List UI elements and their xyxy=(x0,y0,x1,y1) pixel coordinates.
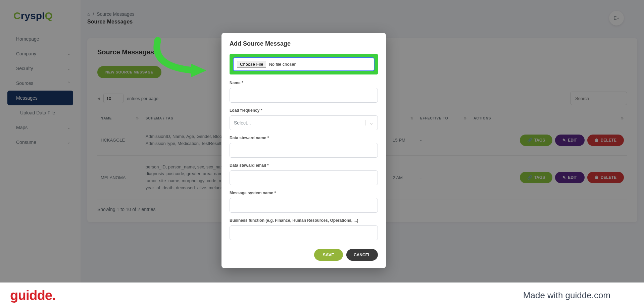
modal-title: Add Source Message xyxy=(230,40,378,47)
guidde-logo: guidde. xyxy=(10,288,55,303)
name-input[interactable] xyxy=(230,88,378,103)
steward-email-label: Data steward email * xyxy=(230,163,378,168)
save-button[interactable]: SAVE xyxy=(314,249,343,261)
steward-name-input[interactable] xyxy=(230,143,378,158)
file-status-text: No file chosen xyxy=(269,62,296,67)
business-function-label: Business function (e.g. Finance, Human R… xyxy=(230,218,378,223)
steward-name-label: Data steward name * xyxy=(230,136,378,140)
file-input-wrapper[interactable]: Choose File No file chosen xyxy=(233,57,375,71)
name-label: Name * xyxy=(230,81,378,85)
file-input-highlight: Choose File No file chosen xyxy=(230,54,378,74)
cancel-button[interactable]: CANCEL xyxy=(346,249,378,261)
steward-email-input[interactable] xyxy=(230,170,378,185)
system-name-label: Message system name * xyxy=(230,191,378,195)
chevron-down-icon: ⌄ xyxy=(365,120,374,125)
choose-file-button[interactable]: Choose File xyxy=(237,61,266,68)
load-frequency-select[interactable]: Select... ⌄ xyxy=(230,115,378,130)
add-source-message-modal: Add Source Message Choose File No file c… xyxy=(221,33,386,268)
made-with-text: Made with guidde.com xyxy=(523,290,610,301)
watermark-footer: guidde. Made with guidde.com xyxy=(0,283,644,308)
system-name-input[interactable] xyxy=(230,198,378,213)
load-frequency-label: Load frequency * xyxy=(230,108,378,113)
business-function-input[interactable] xyxy=(230,225,378,240)
